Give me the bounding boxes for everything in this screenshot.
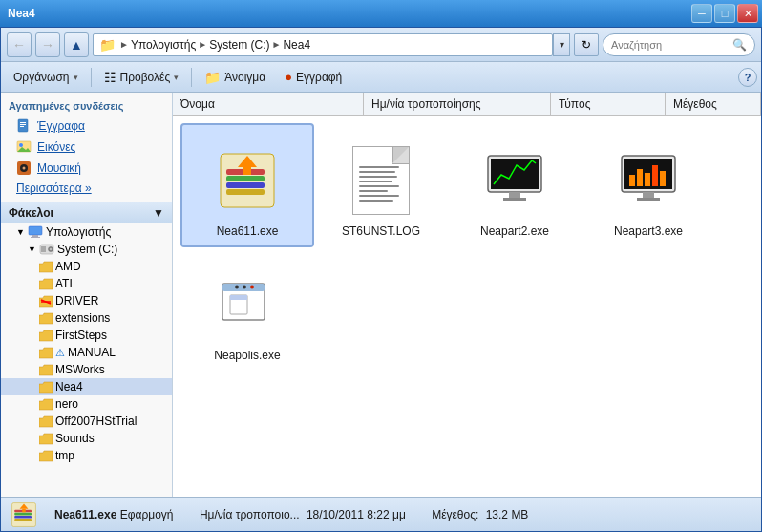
folder-item-computer[interactable]: ▼ Υπολογιστής [1,223,172,241]
folders-section: Φάκελοι ▼ ▼ Υπολογιστής [1,202,172,464]
file-item-neapart3[interactable]: Neapart3.exe [582,123,715,247]
neapolis-exe-icon [213,270,282,339]
organize-button[interactable]: Οργάνωση ▾ [5,65,87,90]
views-button[interactable]: ☷ Προβολές ▾ [95,65,188,90]
st6unst-icon [343,142,419,219]
status-bar: Nea611.exe Εφαρμογή Ημ/νία τροποποιο... … [1,497,761,531]
column-headers: Όνομα Ημ/νία τροποποίησης Τύπος Μέγεθος [173,93,761,116]
toolbar-separator-1 [91,68,92,87]
computer-icon [28,225,43,239]
folders-header[interactable]: Φάκελοι ▼ [1,202,172,223]
open-label: Άνοιγμα [224,71,265,84]
back-button[interactable]: ← [7,32,32,57]
music-icon [16,160,32,176]
folders-list: ▼ Υπολογιστής ▼ [1,223,172,464]
folder-systemc-label: System (C:) [57,243,117,256]
folder-item-firststeps[interactable]: FirstSteps [1,327,172,344]
open-button[interactable]: 📁 Άνοιγμα [196,65,274,90]
svg-rect-1 [20,122,26,123]
svg-rect-50 [14,519,32,521]
svg-rect-33 [637,169,643,186]
fav-link-documents-label: Έγγραφα [37,119,85,133]
svg-rect-0 [18,119,28,132]
svg-rect-38 [637,198,660,201]
svg-rect-14 [41,246,46,252]
folder-msworks-icon [39,364,53,376]
close-button[interactable]: ✕ [737,4,758,23]
address-dropdown-button[interactable]: ▾ [553,33,570,56]
svg-rect-10 [29,226,42,235]
col-header-type[interactable]: Τύπος [551,93,666,115]
folder-nea4-icon [39,381,53,394]
status-size: Μέγεθος: 13.2 MB [432,508,528,521]
window-title: Nea4 [8,7,35,20]
folder-extensions-icon [39,312,53,325]
svg-rect-2 [20,124,26,125]
neapolis-icon [209,266,286,343]
views-label: Προβολές [120,71,171,84]
folder-off2007-label: Off2007HStTrial [55,415,137,428]
folder-item-ati[interactable]: ATI [1,275,172,292]
file-label-nea611: Nea611.exe [217,224,279,238]
folder-driver-label: DRIVER [55,294,98,308]
file-item-neapolis[interactable]: Neapolis.exe [180,247,314,372]
fav-link-music[interactable]: Μουσική [1,158,172,179]
folder-firststeps-label: FirstSteps [55,329,107,342]
file-item-nea611[interactable]: Nea611.exe [180,123,314,247]
folder-item-nero[interactable]: nero [1,395,172,413]
expand-icon: ▼ [16,227,25,237]
neapart2-exe-icon [480,146,549,215]
svg-rect-32 [629,175,635,186]
favorites-title: Αγαπημένες συνδέσεις [1,93,172,116]
svg-rect-34 [645,173,650,186]
fav-link-pictures[interactable]: Εικόνες [1,137,172,158]
file-label-neapolis: Neapolis.exe [214,349,280,362]
folder-item-tmp[interactable]: tmp [1,447,172,464]
up-button[interactable]: ▲ [64,32,89,57]
folder-item-msworks[interactable]: MSWorks [1,361,172,378]
folder-item-extensions[interactable]: extensions [1,309,172,327]
svg-rect-25 [243,167,251,175]
toolbar-separator-2 [191,68,192,87]
file-item-st6unst[interactable]: ST6UNST.LOG [314,123,448,247]
fav-link-more[interactable]: Περισσότερα » [1,179,172,198]
folder-nero-label: nero [55,397,78,411]
folder-item-driver[interactable]: DRIVER [1,292,172,309]
svg-rect-3 [20,126,24,127]
nea611-icon [209,142,286,219]
folder-item-sounds[interactable]: Sounds [1,430,172,447]
nea611-exe-icon [213,146,282,215]
folder-tmp-icon [39,450,53,462]
manual-label-colored: ⚠ [55,347,65,359]
left-panel: Αγαπημένες συνδέσεις Έγγραφα Εικόνες [1,93,173,497]
forward-button[interactable]: → [35,32,60,57]
file-label-neapart2: Neapart2.exe [480,224,549,238]
col-header-size[interactable]: Μέγεθος [666,93,761,115]
pictures-icon [16,139,32,155]
maximize-button[interactable]: □ [714,4,735,23]
folder-item-manual[interactable]: ⚠ MANUAL [1,344,172,361]
fav-link-documents[interactable]: Έγγραφα [1,116,172,137]
search-icon: 🔍 [732,38,747,52]
file-item-neapart2[interactable]: Neapart2.exe [448,123,582,247]
folder-item-off2007[interactable]: Off2007HStTrial [1,413,172,430]
svg-point-5 [19,143,23,147]
refresh-button[interactable]: ↻ [574,33,599,56]
folder-item-amd[interactable]: AMD [1,258,172,275]
svg-point-43 [235,286,239,289]
col-header-name[interactable]: Όνομα [173,93,364,115]
folder-item-nea4[interactable]: Nea4 [1,378,172,395]
minimize-button[interactable]: ─ [691,4,712,23]
title-bar: Nea4 ─ □ ✕ [0,0,762,27]
write-button[interactable]: ● Εγγραφή [276,65,350,90]
address-field[interactable]: 📁 ► Υπολογιστής ► System (C:) ► Nea4 ▾ [93,33,570,56]
status-date: Ημ/νία τροποποιο... 18/10/2011 8:22 μμ [200,508,409,521]
write-label: Εγγραφή [296,71,342,84]
svg-rect-52 [22,508,26,512]
search-box[interactable]: 🔍 [603,33,755,56]
col-header-date[interactable]: Ημ/νία τροποποίησης [364,93,551,115]
folder-item-systemc[interactable]: ▼ System (C:) [1,241,172,258]
help-button[interactable]: ? [738,68,757,87]
search-input[interactable] [611,39,729,51]
neapart3-exe-icon [614,146,683,215]
